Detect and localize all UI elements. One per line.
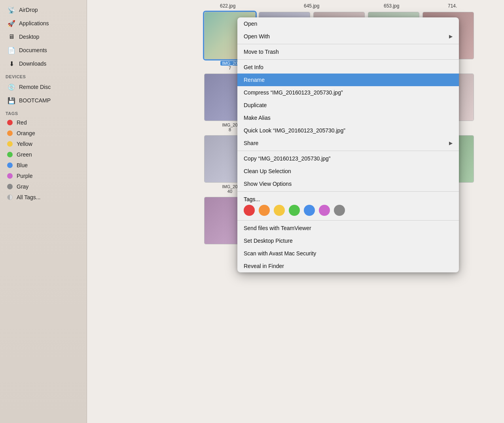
tag-label: Blue bbox=[17, 162, 28, 168]
sidebar-item-tag-purple[interactable]: Purple bbox=[2, 171, 84, 181]
menu-tags-section: Tags... bbox=[237, 193, 459, 219]
tag-label: Purple bbox=[17, 173, 32, 179]
menu-item-label: Scan with Avast Mac Security bbox=[244, 250, 316, 257]
menu-item-duplicate[interactable]: Duplicate bbox=[237, 99, 459, 111]
filename-714: 714. bbox=[448, 3, 504, 9]
menu-tag-dot[interactable] bbox=[274, 205, 285, 216]
menu-tag-dot[interactable] bbox=[259, 205, 270, 216]
menu-item-label: Show View Options bbox=[244, 181, 292, 187]
submenu-arrow-icon: ▶ bbox=[449, 140, 453, 146]
menu-item-copy[interactable]: Copy “IMG_20160123_205730.jpg” bbox=[237, 152, 459, 165]
menu-item-scan-avast[interactable]: Scan with Avast Mac Security bbox=[237, 247, 459, 260]
filename-653: 653.jpg bbox=[384, 3, 440, 9]
sidebar-item-tag-orange[interactable]: Orange bbox=[2, 128, 84, 138]
menu-item-send-teamviewer[interactable]: Send files with TeamViewer bbox=[237, 222, 459, 234]
sidebar-item-tag-red[interactable]: Red bbox=[2, 117, 84, 128]
menu-tag-dot[interactable] bbox=[304, 205, 315, 216]
menu-item-quick-look[interactable]: Quick Look “IMG_20160123_205730.jpg” bbox=[237, 124, 459, 137]
menu-item-reveal-finder[interactable]: Reveal in Finder bbox=[237, 260, 459, 272]
menu-item-label: Send files with TeamViewer bbox=[244, 225, 311, 231]
file-label: IMG_208 bbox=[222, 123, 237, 132]
tag-dot-blue bbox=[7, 162, 13, 168]
sidebar-item-label: Applications bbox=[19, 20, 49, 26]
menu-separator bbox=[237, 191, 459, 192]
menu-item-show-view-options[interactable]: Show View Options bbox=[237, 178, 459, 190]
menu-item-open-with[interactable]: Open With▶ bbox=[237, 30, 459, 43]
tag-label: Yellow bbox=[17, 141, 32, 147]
menu-item-label: Copy “IMG_20160123_205730.jpg” bbox=[244, 155, 331, 162]
menu-item-label: Set Desktop Picture bbox=[244, 238, 293, 244]
menu-separator bbox=[237, 151, 459, 151]
filename-645: 645.jpg bbox=[304, 3, 360, 9]
menu-separator bbox=[237, 59, 459, 60]
menu-item-label: Open bbox=[244, 21, 257, 27]
menu-item-label: Make Alias bbox=[244, 115, 271, 121]
submenu-arrow-icon: ▶ bbox=[449, 34, 453, 39]
tag-label: Red bbox=[17, 119, 27, 126]
airdrop-icon: 📡 bbox=[7, 6, 16, 14]
tag-label: Orange bbox=[17, 130, 35, 136]
remote-disc-icon: 💿 bbox=[7, 83, 16, 91]
main-content: 622.jpg 645.jpg 653.jpg 714. IMG_20 7 3_… bbox=[87, 0, 504, 423]
menu-separator bbox=[237, 44, 459, 44]
sidebar-item-label: AirDrop bbox=[19, 7, 38, 13]
sidebar-item-tag-blue[interactable]: Blue bbox=[2, 160, 84, 170]
menu-item-set-desktop[interactable]: Set Desktop Picture bbox=[237, 234, 459, 247]
desktop-icon: 🖥 bbox=[7, 32, 16, 41]
sidebar-item-remote-disc[interactable]: 💿 Remote Disc bbox=[2, 81, 84, 93]
menu-tags-label: Tags... bbox=[244, 196, 453, 202]
sidebar-item-desktop[interactable]: 🖥 Desktop bbox=[2, 30, 84, 43]
sidebar-item-tag-yellow[interactable]: Yellow bbox=[2, 139, 84, 149]
filename-row: 622.jpg 645.jpg 653.jpg 714. bbox=[204, 3, 504, 9]
menu-item-rename[interactable]: Rename bbox=[237, 74, 459, 86]
menu-item-label: Get Info bbox=[244, 64, 263, 70]
sidebar-item-tag-gray[interactable]: Gray bbox=[2, 181, 84, 192]
menu-item-compress[interactable]: Compress “IMG_20160123_205730.jpg” bbox=[237, 86, 459, 99]
menu-tag-dot[interactable] bbox=[244, 205, 255, 216]
sidebar-item-tag-green[interactable]: Green bbox=[2, 149, 84, 160]
menu-item-move-to-trash[interactable]: Move to Trash bbox=[237, 45, 459, 58]
menu-item-open[interactable]: Open bbox=[237, 17, 459, 30]
sidebar-item-documents[interactable]: 📄 Documents bbox=[2, 44, 84, 57]
menu-item-label: Move to Trash bbox=[244, 49, 279, 55]
bootcamp-icon: 💾 bbox=[7, 96, 16, 105]
menu-tag-dot[interactable] bbox=[289, 205, 300, 216]
tag-label: All Tags... bbox=[17, 194, 40, 200]
tag-dot-all bbox=[7, 195, 13, 200]
tags-header: Tags bbox=[0, 107, 87, 117]
menu-item-label: Quick Look “IMG_20160123_205730.jpg” bbox=[244, 127, 345, 134]
sidebar: 📡 AirDrop 🚀 Applications 🖥 Desktop 📄 Doc… bbox=[0, 0, 87, 423]
menu-item-label: Duplicate bbox=[244, 102, 267, 108]
devices-header: Devices bbox=[0, 70, 87, 80]
sidebar-item-label: Downloads bbox=[19, 60, 46, 67]
context-menu: OpenOpen With▶Move to TrashGet InfoRenam… bbox=[237, 17, 459, 272]
sidebar-item-applications[interactable]: 🚀 Applications bbox=[2, 17, 84, 30]
sidebar-item-airdrop[interactable]: 📡 AirDrop bbox=[2, 4, 84, 16]
menu-item-label: Clean Up Selection bbox=[244, 168, 291, 174]
file-label: IMG_2040 bbox=[222, 184, 237, 194]
applications-icon: 🚀 bbox=[7, 19, 16, 28]
menu-item-label: Open With bbox=[244, 33, 270, 40]
filename-622: 622.jpg bbox=[220, 3, 276, 9]
sidebar-item-bootcamp[interactable]: 💾 BOOTCAMP bbox=[2, 94, 84, 107]
menu-item-make-alias[interactable]: Make Alias bbox=[237, 111, 459, 124]
menu-tag-dot[interactable] bbox=[319, 205, 330, 216]
tag-dot-purple bbox=[7, 173, 13, 179]
menu-tags-dots-row bbox=[244, 205, 453, 216]
tag-label: Green bbox=[17, 151, 32, 158]
menu-item-label: Rename bbox=[244, 77, 265, 83]
tag-dot-gray bbox=[7, 184, 13, 189]
sidebar-item-label: Documents bbox=[19, 47, 47, 53]
sidebar-item-downloads[interactable]: ⬇ Downloads bbox=[2, 57, 84, 70]
tag-dot-orange bbox=[7, 130, 13, 136]
tag-dot-green bbox=[7, 152, 13, 157]
downloads-icon: ⬇ bbox=[7, 59, 16, 68]
menu-item-clean-up[interactable]: Clean Up Selection bbox=[237, 165, 459, 178]
menu-item-share[interactable]: Share▶ bbox=[237, 137, 459, 149]
menu-tag-dot[interactable] bbox=[334, 205, 345, 216]
menu-item-get-info[interactable]: Get Info bbox=[237, 61, 459, 74]
menu-item-label: Share bbox=[244, 140, 258, 146]
tags-list: RedOrangeYellowGreenBluePurpleGrayAll Ta… bbox=[0, 117, 87, 203]
sidebar-item-tag-all-tags[interactable]: All Tags... bbox=[2, 192, 84, 202]
menu-separator bbox=[237, 220, 459, 221]
